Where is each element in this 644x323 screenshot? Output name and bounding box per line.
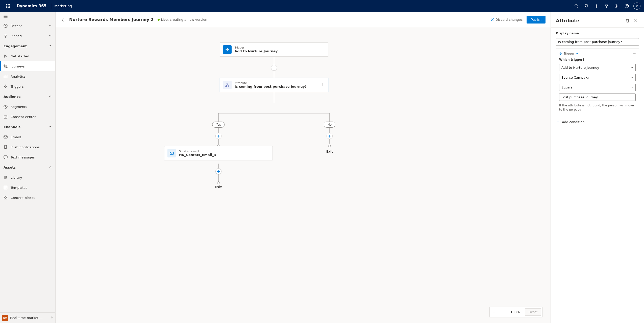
filter-icon[interactable]: [602, 0, 612, 12]
nav-item-label: Emails: [11, 135, 21, 139]
discard-label: Discard changes: [496, 18, 523, 21]
nav-item-label: Consent center: [11, 115, 36, 119]
user-avatar[interactable]: #: [633, 3, 640, 10]
delete-icon[interactable]: [624, 17, 631, 24]
add-step-button[interactable]: +: [271, 65, 277, 71]
chevron-up-icon: [49, 166, 52, 169]
nav-section-audience[interactable]: Audience: [0, 91, 55, 102]
condition-card: ⋯ Trigger Which trigger?: [556, 49, 639, 115]
chevron-up-icon: [49, 125, 52, 129]
nav-push-notifications[interactable]: Push notifications: [0, 142, 55, 152]
chevron-down-icon: [49, 24, 52, 28]
node-more-icon[interactable]: [319, 82, 325, 88]
lightbulb-icon[interactable]: [581, 0, 591, 12]
svg-point-2: [9, 4, 10, 5]
branch-no-pill[interactable]: No: [324, 122, 335, 128]
add-step-button[interactable]: +: [215, 168, 221, 174]
svg-point-32: [322, 85, 323, 86]
nav-recent-label: Recent: [11, 24, 22, 28]
svg-rect-21: [4, 156, 7, 158]
nav-section-engagement[interactable]: Engagement: [0, 41, 55, 51]
status-text: Live, creating a new version: [161, 18, 207, 21]
nav-templates[interactable]: Templates: [0, 182, 55, 193]
nav-text-messages[interactable]: Text messages: [0, 152, 55, 162]
nav-pinned[interactable]: Pinned: [0, 31, 55, 41]
svg-rect-33: [170, 152, 174, 154]
nav-section-channels[interactable]: Channels: [0, 122, 55, 132]
add-step-button[interactable]: +: [327, 133, 333, 139]
nav-item-label: Text messages: [11, 155, 35, 159]
node-type-label: Attribute: [235, 81, 316, 85]
nav-triggers[interactable]: Triggers: [0, 81, 55, 91]
nav-recent[interactable]: Recent: [0, 21, 55, 31]
node-email[interactable]: Send an email HK_Contact_Email_3: [164, 146, 273, 160]
nav-section-assets[interactable]: Assets: [0, 162, 55, 172]
nav-item-label: Triggers: [11, 85, 24, 88]
exit-label: Exit: [215, 185, 222, 189]
node-type-label: Send an email: [179, 150, 261, 153]
svg-point-10: [616, 6, 617, 7]
module-label: Marketing: [53, 4, 73, 8]
which-trigger-label: Which trigger?: [559, 58, 636, 61]
attribute-field-select[interactable]: [559, 74, 636, 81]
chevron-down-icon: [49, 34, 52, 38]
plus-icon: ＋: [556, 119, 560, 125]
add-condition-button[interactable]: ＋ Add condition: [556, 118, 639, 126]
svg-point-30: [322, 83, 323, 84]
exit-label: Exit: [326, 150, 333, 153]
publish-button[interactable]: Publish: [527, 16, 546, 24]
branch-icon: [223, 81, 232, 89]
node-trigger[interactable]: Trigger Add to Nurture Journey: [220, 42, 328, 57]
nav-emails[interactable]: Emails: [0, 132, 55, 142]
help-icon[interactable]: [622, 0, 632, 12]
compare-value-input[interactable]: [559, 94, 636, 101]
trigger-icon: [223, 45, 232, 54]
zoom-control: − + 100% Reset: [489, 307, 542, 317]
page-title: Nurture Rewards Members Journey 2: [69, 17, 154, 22]
svg-point-1: [8, 4, 9, 5]
zoom-reset-button[interactable]: Reset: [525, 308, 541, 316]
zoom-out-button[interactable]: −: [491, 308, 498, 316]
svg-point-3: [6, 6, 7, 7]
app-launcher-icon[interactable]: [2, 0, 14, 12]
nav-section-label: Engagement: [4, 44, 27, 48]
close-icon[interactable]: [631, 17, 639, 24]
display-name-input[interactable]: [556, 38, 639, 45]
add-step-button[interactable]: +: [215, 133, 221, 139]
svg-point-20: [5, 148, 6, 148]
nav-section-label: Channels: [4, 125, 20, 129]
svg-point-34: [266, 152, 267, 152]
back-button[interactable]: [61, 17, 65, 22]
nav-analytics[interactable]: Analytics: [0, 71, 55, 81]
nav-consent-center[interactable]: Consent center: [0, 112, 55, 122]
nav-journeys[interactable]: Journeys: [0, 61, 55, 71]
card-heading-label: Trigger: [564, 52, 574, 55]
node-attribute[interactable]: Attribute Is coming from post purchase j…: [220, 78, 328, 92]
journey-canvas[interactable]: Trigger Add to Nurture Journey + Attribu…: [56, 27, 551, 323]
search-icon[interactable]: [571, 0, 581, 12]
nav-item-label: Segments: [11, 105, 27, 109]
chevron-up-icon: [49, 95, 52, 99]
which-trigger-select[interactable]: [559, 64, 636, 71]
node-more-icon[interactable]: [264, 150, 269, 156]
discard-changes-button[interactable]: Discard changes: [490, 18, 523, 21]
nav-get-started[interactable]: Get started: [0, 51, 55, 61]
card-heading[interactable]: Trigger: [559, 52, 636, 55]
nav-library[interactable]: Library: [0, 172, 55, 182]
nav-item-label: Push notifications: [11, 145, 40, 149]
nav-item-label: Journeys: [11, 64, 25, 68]
nav-segments[interactable]: Segments: [0, 102, 55, 112]
nav-content-blocks[interactable]: Content blocks: [0, 193, 55, 203]
updown-icon: [50, 316, 53, 320]
zoom-in-button[interactable]: +: [499, 308, 507, 316]
status-dot-icon: [158, 19, 160, 21]
svg-point-7: [8, 7, 9, 8]
card-more-icon[interactable]: ⋯: [633, 51, 636, 55]
nav-collapse-icon[interactable]: [0, 12, 55, 21]
branch-yes-pill[interactable]: Yes: [212, 122, 225, 128]
settings-icon[interactable]: [612, 0, 622, 12]
add-icon[interactable]: [591, 0, 602, 12]
area-switcher[interactable]: RM Real-time marketi...: [0, 312, 55, 323]
svg-point-12: [627, 7, 627, 7]
operator-select[interactable]: [559, 84, 636, 91]
